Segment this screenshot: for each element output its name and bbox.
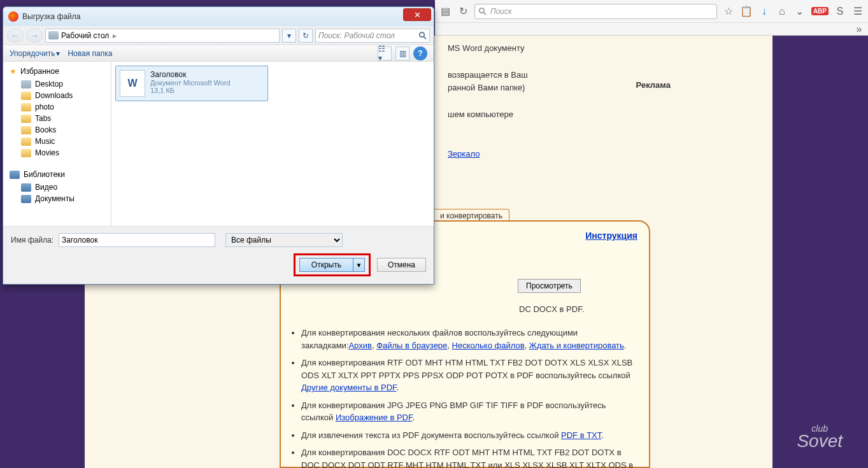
bullet-item: Для конвертирования нескольких файлов во… bbox=[301, 327, 636, 351]
sidebar-item-music[interactable]: Music bbox=[3, 136, 111, 147]
folder-frag: ранной Вами папке) bbox=[448, 82, 760, 95]
bullet-item: Для извлечения текста из PDF документа в… bbox=[301, 429, 636, 442]
abp-icon[interactable]: ABP bbox=[811, 7, 829, 15]
filename-input[interactable] bbox=[59, 233, 215, 247]
return-frag: возвращается в Ваш bbox=[448, 69, 760, 82]
content-link[interactable]: Архив bbox=[348, 341, 371, 350]
preview-pane-button[interactable]: ▥ bbox=[395, 46, 409, 60]
svg-line-1 bbox=[484, 12, 487, 15]
folder-icon bbox=[21, 149, 31, 157]
star-icon: ★ bbox=[10, 67, 17, 76]
overflow-icon[interactable]: » bbox=[853, 23, 865, 36]
breadcrumb-desktop: Рабочий стол bbox=[61, 31, 109, 40]
help-button[interactable]: ? bbox=[413, 46, 427, 60]
sidebar-item-Видео[interactable]: Видео bbox=[3, 181, 111, 193]
content-link[interactable]: Несколько файлов bbox=[452, 341, 525, 350]
instruction-link[interactable]: Инструкция bbox=[585, 230, 637, 241]
desktop-icon bbox=[48, 31, 59, 39]
menu-icon[interactable]: ☰ bbox=[851, 5, 864, 18]
file-item-selected[interactable]: Заголовок Документ Microsoft Word 13,1 К… bbox=[115, 66, 268, 101]
dialog-toolbar: Упорядочить ▾ Новая папка ☷ ▾ ▥ ? bbox=[3, 45, 434, 62]
mirror-link[interactable]: Зеркало bbox=[448, 149, 480, 159]
dialog-body: ★ Избранное DesktopDownloadsphotoTabsBoo… bbox=[3, 62, 434, 226]
file-dialog: Выгрузка файла ✕ ← → Рабочий стол ▸ ▾ ↻ … bbox=[3, 6, 434, 285]
sidebar-item-desktop[interactable]: Desktop bbox=[3, 78, 111, 90]
sidebar-libraries[interactable]: Библиотеки bbox=[3, 167, 111, 181]
desktop-icon bbox=[21, 80, 31, 89]
new-folder-button[interactable]: Новая папка bbox=[68, 49, 112, 58]
folder-icon bbox=[21, 138, 31, 146]
file-size: 13,1 КБ bbox=[150, 87, 231, 94]
sidebar-item-downloads[interactable]: Downloads bbox=[3, 90, 111, 101]
browse-button[interactable]: Просмотреть bbox=[518, 279, 581, 293]
library-icon bbox=[21, 195, 31, 203]
file-name: Заголовок bbox=[150, 70, 231, 79]
firefox-icon bbox=[8, 11, 18, 22]
reload-icon[interactable]: ↻ bbox=[457, 5, 469, 18]
file-type: Документ Microsoft Word bbox=[150, 79, 231, 87]
star-icon[interactable]: ☆ bbox=[722, 5, 735, 18]
folder-icon bbox=[21, 92, 31, 100]
svg-line-3 bbox=[424, 36, 427, 39]
content-link[interactable]: Изображение в PDF bbox=[336, 413, 413, 422]
view-button[interactable]: ☷ ▾ bbox=[378, 46, 392, 60]
dialog-search[interactable]: Поиск: Рабочий стол bbox=[315, 29, 430, 43]
file-area[interactable]: Заголовок Документ Microsoft Word 13,1 К… bbox=[111, 62, 434, 226]
organize-button[interactable]: Упорядочить ▾ bbox=[10, 49, 60, 58]
sidebar-item-books[interactable]: Books bbox=[3, 124, 111, 136]
nav-forward[interactable]: → bbox=[26, 29, 43, 43]
bullet-item: Для конвертирования RTF ODT MHT HTM HTML… bbox=[301, 357, 636, 394]
ad-label: Реклама bbox=[636, 80, 671, 90]
browser-toolbar: ▤ ↻ Поиск ☆ 📋 ↓ ⌂ ⌄ ABP S ☰ bbox=[435, 0, 868, 23]
content-link[interactable]: Ждать и конвертировать bbox=[529, 341, 624, 350]
close-button[interactable]: ✕ bbox=[403, 8, 431, 21]
dialog-bottom: Имя файла: Все файлы Открыть ▼ Отмена bbox=[3, 226, 434, 284]
breadcrumb-bar[interactable]: Рабочий стол ▸ bbox=[45, 29, 280, 43]
open-highlight: Открыть ▼ bbox=[294, 253, 371, 276]
word-icon bbox=[120, 70, 145, 97]
content-link[interactable]: Файлы в браузере bbox=[376, 341, 447, 350]
nav-refresh[interactable]: ↻ bbox=[299, 29, 313, 43]
open-button[interactable]: Открыть bbox=[299, 258, 353, 272]
content-link[interactable]: Другие документы в PDF bbox=[301, 383, 397, 392]
docx-line: DC DOCX в PDF. bbox=[519, 304, 584, 314]
bullet-item: Для конвертирования DOC DOCX RTF ODT MHT… bbox=[301, 446, 636, 468]
chevron-right-icon[interactable]: ▸ bbox=[113, 31, 117, 40]
filter-select[interactable]: Все файлы bbox=[225, 233, 343, 247]
dialog-search-placeholder: Поиск: Рабочий стол bbox=[318, 31, 395, 40]
folder-icon bbox=[21, 115, 31, 123]
stylish-icon[interactable]: S bbox=[834, 5, 846, 18]
dialog-titlebar[interactable]: Выгрузка файла ✕ bbox=[3, 7, 434, 26]
sidebar-item-photo[interactable]: photo bbox=[3, 101, 111, 113]
breadcrumb-dropdown[interactable]: ▾ bbox=[282, 29, 296, 43]
bullets-list: Для конвертирования нескольких файлов во… bbox=[287, 327, 636, 468]
filename-label: Имя файла: bbox=[11, 236, 53, 245]
computer-frag: шем компьютере bbox=[448, 108, 760, 122]
watermark: club Sovet bbox=[797, 425, 843, 449]
reader-icon[interactable]: ▤ bbox=[439, 5, 452, 18]
pocket-icon[interactable]: ⌄ bbox=[793, 5, 806, 18]
sidebar-item-movies[interactable]: Movies bbox=[3, 147, 111, 159]
browser-substrip: » bbox=[435, 23, 868, 36]
sidebar: ★ Избранное DesktopDownloadsphotoTabsBoo… bbox=[3, 62, 111, 226]
cancel-button[interactable]: Отмена bbox=[377, 258, 426, 272]
folder-icon bbox=[21, 103, 31, 111]
open-dropdown[interactable]: ▼ bbox=[353, 258, 365, 272]
folder-icon bbox=[21, 126, 31, 134]
headline-frag: MS Word документу bbox=[448, 42, 760, 55]
content-link[interactable]: PDF в TXT bbox=[561, 430, 601, 440]
clipboard-icon[interactable]: 📋 bbox=[740, 5, 753, 18]
libraries-icon bbox=[10, 171, 20, 179]
download-icon[interactable]: ↓ bbox=[758, 5, 771, 18]
search-box[interactable]: Поиск bbox=[474, 4, 717, 19]
nav-back[interactable]: ← bbox=[7, 29, 24, 43]
library-icon bbox=[21, 183, 31, 192]
dialog-title: Выгрузка файла bbox=[22, 12, 81, 21]
home-icon[interactable]: ⌂ bbox=[776, 5, 788, 18]
sidebar-item-Документы[interactable]: Документы bbox=[3, 193, 111, 204]
bullet-item: Для конвертирования JPG JPEG PNG BMP GIF… bbox=[301, 399, 636, 424]
search-placeholder: Поиск bbox=[490, 7, 512, 16]
sidebar-item-tabs[interactable]: Tabs bbox=[3, 113, 111, 124]
svg-point-0 bbox=[480, 8, 485, 13]
sidebar-favorites[interactable]: ★ Избранное bbox=[3, 64, 111, 78]
